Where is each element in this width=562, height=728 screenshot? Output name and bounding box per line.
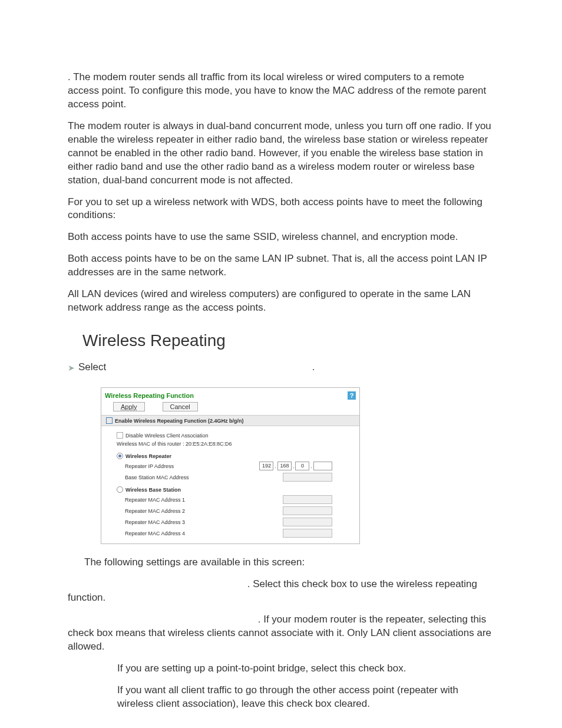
step-select-prefix: Select (78, 361, 109, 373)
disable-assoc-checkbox[interactable] (117, 432, 123, 439)
setting-disable-assoc: . If your modem router is the repeater, … (68, 613, 497, 654)
apply-button[interactable]: Apply (113, 402, 145, 411)
setting-disable-assoc-text: . If your modem router is the repeater, … (68, 614, 491, 652)
base-label: Wireless Base Station (125, 487, 181, 493)
intro-para-3: For you to set up a wireless network wit… (68, 196, 497, 223)
condition-3: All LAN devices (wired and wireless comp… (68, 288, 497, 315)
help-icon[interactable]: ? (348, 391, 356, 400)
enable-checkbox[interactable] (106, 417, 113, 424)
ip-octet-1[interactable]: 192 (259, 462, 273, 470)
cancel-button[interactable]: Cancel (163, 402, 198, 411)
step-select: Select . (78, 361, 497, 374)
base-radio[interactable] (117, 486, 123, 493)
setting-enable-text: . Select this check box to use the wirel… (68, 578, 477, 603)
sub-bullet-1: If you are setting up a point-to-point b… (117, 662, 497, 676)
base-mac-label: Base Station MAC Address (125, 475, 283, 480)
ip-octet-2[interactable]: 168 (277, 462, 292, 470)
setting-enable: . Select this check box to use the wirel… (68, 578, 497, 605)
ui-title: Wireless Repeating Function (105, 392, 194, 399)
ui-screenshot: Wireless Repeating Function ? Apply Canc… (101, 387, 497, 544)
repeater-mac4-input[interactable] (283, 529, 332, 538)
repeater-mac2-input[interactable] (283, 506, 332, 515)
repeater-label: Wireless Repeater (125, 453, 171, 459)
repeater-mac4-label: Repeater MAC Address 4 (125, 531, 283, 536)
settings-intro: The following settings are available in … (84, 556, 497, 569)
repeater-mac1-label: Repeater MAC Address 1 (125, 497, 283, 503)
repeater-mac3-input[interactable] (283, 518, 332, 526)
repeater-mac1-input[interactable] (283, 495, 332, 504)
step-arrow-icon: ➤ (68, 363, 78, 373)
repeater-ip-label: Repeater IP Address (125, 463, 259, 469)
repeater-mac2-label: Repeater MAC Address 2 (125, 508, 283, 514)
condition-2: Both access points have to be on the sam… (68, 252, 497, 279)
disable-assoc-label: Disable Wireless Client Association (125, 433, 209, 439)
sub-bullet-2: If you want all client traffic to go thr… (117, 684, 497, 711)
ip-octet-3[interactable]: 0 (295, 462, 309, 470)
section-heading: Wireless Repeating (82, 331, 497, 350)
repeater-mac3-label: Repeater MAC Address 3 (125, 519, 283, 525)
repeater-radio[interactable] (117, 453, 123, 459)
router-mac-label: Wireless MAC of this router : 20:E5:2A:E… (117, 441, 232, 447)
enable-label: Enable Wireless Repeating Function (2.4G… (115, 418, 243, 424)
ip-octet-4[interactable] (313, 462, 332, 470)
intro-para-2: The modem router is always in dual-band … (68, 120, 497, 187)
condition-1: Both access points have to use the same … (68, 230, 497, 244)
intro-para-1: . The modem router sends all traffic fro… (68, 71, 497, 111)
step-select-suffix: . (312, 361, 315, 373)
base-mac-input[interactable] (283, 473, 332, 482)
